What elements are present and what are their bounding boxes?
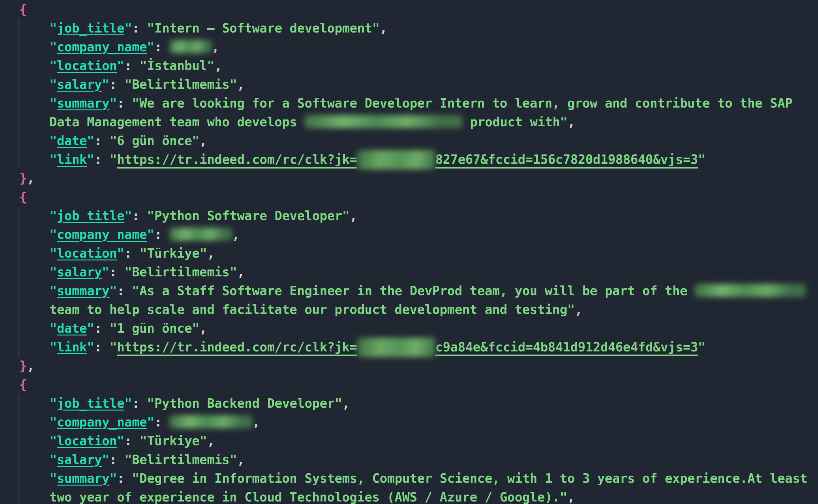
json-key-name: company_name [57, 415, 147, 429]
json-punctuation: : [124, 434, 139, 448]
code-line: "company_name": , [19, 413, 818, 431]
whitespace [19, 471, 49, 486]
json-punctuation: : [117, 96, 132, 110]
json-string-value: "1 gün önce" [109, 321, 199, 335]
json-key-name: date [57, 321, 87, 335]
json-punctuation: : [132, 21, 147, 35]
code-line: "summary": "As a Staff Software Engineer… [19, 281, 818, 300]
code-line: Data Management team who develops produc… [19, 113, 818, 131]
json-punctuation: : [124, 246, 139, 260]
json-punctuation: : [94, 321, 109, 335]
code-line: "company_name": , [19, 225, 818, 244]
json-punctuation: , [207, 434, 215, 448]
code-line: }, [19, 356, 818, 375]
job-link-url[interactable]: https://tr.indeed.com/rc/clk?jk= [117, 340, 357, 354]
json-key: "job_title" [49, 209, 132, 223]
whitespace [19, 284, 49, 298]
json-string-value: "Belirtilmemis" [124, 265, 237, 279]
json-string-value: "Türkiye" [139, 434, 207, 448]
json-punctuation: : [124, 58, 139, 73]
json-key-name: company_name [57, 40, 147, 54]
whitespace [19, 302, 49, 317]
code-line: { [19, 0, 818, 19]
code-line: two year of experience in Cloud Technolo… [19, 488, 818, 504]
json-punctuation: : [94, 134, 109, 148]
json-punctuation: , [207, 246, 215, 260]
code-line: "job_title": "Intern – Software developm… [19, 19, 818, 38]
json-key-name: date [57, 134, 87, 148]
code-line: "location": "İstanbul", [19, 56, 818, 75]
json-key: "company_name" [49, 227, 154, 242]
json-string-value: "We are looking for a Software Developer… [132, 96, 792, 110]
json-key: "location" [49, 434, 124, 448]
json-punctuation: , [232, 227, 240, 242]
json-key: "job_title" [49, 21, 132, 35]
json-key-name: location [57, 58, 117, 73]
json-punctuation: : [154, 40, 169, 54]
json-key: "summary" [49, 284, 117, 298]
code-line: "summary": "Degree in Information System… [19, 469, 818, 488]
json-key: "link" [49, 340, 94, 354]
whitespace [19, 77, 49, 92]
json-key-name: salary [57, 265, 102, 279]
json-string-value: "Belirtilmemis" [124, 452, 237, 467]
whitespace [19, 40, 49, 54]
whitespace [19, 415, 49, 429]
redacted-blur [305, 115, 462, 128]
json-key-name: salary [57, 77, 102, 92]
whitespace [19, 265, 49, 279]
json-string-value: "6 gün önce" [109, 134, 199, 148]
json-punctuation: : [94, 340, 109, 354]
json-key: "date" [49, 321, 94, 335]
json-key-name: job_title [57, 396, 124, 411]
redacted-blur [357, 338, 435, 357]
code-line: "job_title": "Python Software Developer"… [19, 206, 818, 225]
code-line: "location": "Türkiye", [19, 244, 818, 263]
json-punctuation: , [237, 265, 245, 279]
json-key: "summary" [49, 96, 117, 110]
job-link-url[interactable]: https://tr.indeed.com/rc/clk?jk= [117, 152, 357, 167]
json-punctuation: , [27, 171, 34, 185]
json-brace: { [19, 190, 27, 204]
json-string-value: "Belirtilmemis" [124, 77, 237, 92]
whitespace [19, 227, 49, 242]
json-key: "salary" [49, 265, 109, 279]
json-punctuation: , [568, 115, 575, 129]
json-key: "link" [49, 152, 94, 167]
redacted-blur [357, 150, 435, 169]
code-line: }, [19, 169, 818, 188]
json-punctuation: , [237, 452, 245, 467]
json-brace: { [19, 2, 27, 17]
code-line: "location": "Türkiye", [19, 431, 818, 450]
code-line: { [19, 375, 818, 394]
json-key-name: location [57, 246, 117, 260]
json-punctuation: , [575, 302, 582, 317]
json-punctuation: : [154, 415, 169, 429]
json-string-value: " [109, 340, 117, 354]
json-string-value: Data Management team who develops [49, 115, 305, 129]
json-key-name: salary [57, 452, 102, 467]
json-key: "job_title" [49, 396, 132, 411]
json-string-value: " [109, 152, 117, 167]
json-punctuation: , [252, 415, 260, 429]
json-key-name: link [57, 340, 87, 354]
code-line: "link": "https://tr.indeed.com/rc/clk?jk… [19, 150, 818, 169]
job-link-url[interactable]: 827e67&fccid=156c7820d1988640&vjs=3 [435, 152, 698, 167]
json-string-value: "İstanbul" [139, 58, 215, 73]
json-punctuation: : [117, 284, 132, 298]
redacted-blur [169, 228, 232, 241]
job-link-url[interactable]: c9a84e&fccid=4b841d912d46e4fd&vjs=3 [435, 340, 698, 354]
code-line: "salary": "Belirtilmemis", [19, 263, 818, 281]
code-line: "company_name": , [19, 38, 818, 56]
whitespace [19, 321, 49, 335]
json-punctuation: , [215, 58, 222, 73]
json-punctuation: : [109, 77, 124, 92]
json-punctuation: , [199, 321, 207, 335]
json-string-value: " [698, 340, 705, 354]
whitespace [19, 209, 49, 223]
whitespace [19, 96, 49, 110]
json-punctuation: : [94, 152, 109, 167]
json-string-value: " [698, 152, 705, 167]
code-line: "date": "1 gün önce", [19, 319, 818, 338]
json-key-name: link [57, 152, 87, 167]
